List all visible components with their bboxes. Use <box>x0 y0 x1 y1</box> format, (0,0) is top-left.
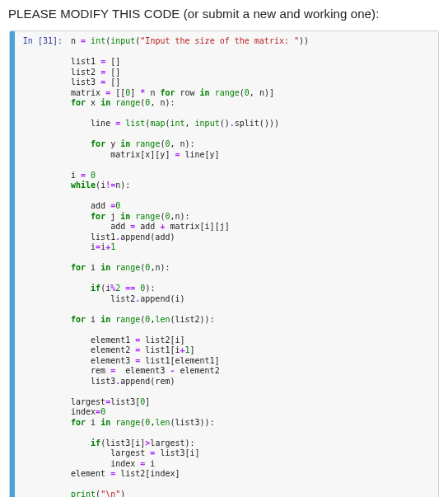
jupyter-code-cell: In [31]: n = int(input("Input the size o… <box>9 30 439 497</box>
page-root: PLEASE MODIFY THIS CODE (or submit a new… <box>0 0 448 497</box>
code-block: n = int(input("Input the size of the mat… <box>71 36 432 497</box>
page-title: PLEASE MODIFY THIS CODE (or submit a new… <box>8 7 440 21</box>
code-area[interactable]: n = int(input("Input the size of the mat… <box>68 31 438 497</box>
input-prompt: In [31]: <box>10 31 68 497</box>
